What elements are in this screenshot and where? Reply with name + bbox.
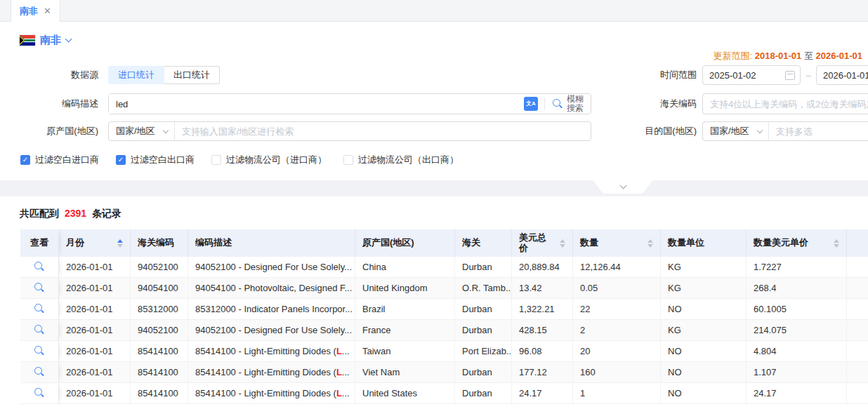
view-detail-icon[interactable] (34, 304, 45, 314)
table-row: 2026-01-018541410085414100 - Light-Emitt… (20, 383, 868, 404)
sort-carets-icon[interactable] (554, 239, 565, 248)
date-separator: – (801, 70, 816, 81)
checkbox-label: 过滤空白进口商 (35, 154, 99, 166)
cell-hs_code: 94052100 (131, 257, 188, 278)
cell-desc: 85414100 - Light-Emitting Diodes (L... (188, 362, 355, 383)
col-header-month[interactable]: 月份 (59, 229, 131, 257)
view-detail-icon[interactable] (34, 262, 45, 272)
col-header-extra (847, 229, 868, 257)
view-detail-icon[interactable] (34, 325, 45, 335)
origin-country-select[interactable]: 国家/地区 (109, 122, 175, 140)
cell-customs: Durban (455, 257, 512, 278)
cell-usd_total: 24.17 (512, 383, 573, 404)
checkbox-icon: ✓ (116, 155, 126, 165)
translate-icon[interactable]: 文A (524, 97, 538, 111)
view-detail-icon[interactable] (34, 346, 45, 356)
time-range-control: – (702, 65, 868, 85)
cell-qty: 2 (573, 320, 661, 341)
cell-view (20, 341, 59, 362)
view-detail-icon[interactable] (34, 283, 45, 293)
checkbox-label: 过滤空白出口商 (131, 154, 195, 166)
code-desc-input[interactable] (109, 94, 524, 114)
cell-qty: 160 (573, 362, 661, 383)
origin-search-input[interactable] (175, 122, 591, 140)
hs-code-input[interactable] (703, 94, 868, 114)
destination-country-select[interactable]: 国家/地区 (703, 122, 769, 140)
cell-qty: 22 (573, 299, 661, 320)
checkbox-filter-logistics-importer[interactable]: ✓ 过滤物流公司（进口商） (211, 154, 327, 166)
cell-usd_total: 1,322.21 (512, 299, 573, 320)
col-header-qty[interactable]: 数量 (573, 229, 661, 257)
cell-qty_unit: NO (661, 383, 747, 404)
cell-extra (847, 299, 868, 320)
date-start-input[interactable] (709, 66, 785, 84)
col-header-customs: 海关 (455, 229, 512, 257)
cell-usd_total: 177.12 (512, 362, 573, 383)
update-range-start: 2018-01-01 (755, 51, 802, 61)
cell-desc: 85312000 - Indicator Panels Incorpor... (188, 299, 355, 320)
col-header-label: 数量美元单价 (754, 238, 808, 248)
fuzzy-search-button[interactable]: 模糊 搜索 (551, 95, 591, 113)
desc-highlight: L (336, 367, 342, 377)
table-row: 2026-01-019405210094052100 - Designed Fo… (20, 257, 868, 278)
cell-view (20, 362, 59, 383)
col-header-view: 查看 (20, 229, 59, 257)
cell-extra (847, 257, 868, 278)
cell-extra (847, 362, 868, 383)
checkbox-filter-logistics-exporter[interactable]: ✓ 过滤物流公司（出口商） (343, 154, 459, 166)
sort-carets-icon[interactable] (642, 239, 653, 248)
cell-customs: Durban (455, 383, 512, 404)
table-header-row: 查看月份海关编码编码描述原产国(地区)海关美元总价数量数量单位数量美元单价 (20, 229, 868, 257)
date-end-box (816, 65, 868, 85)
form-row-source-time: 数据源 进口统计 出口统计 时间范围 – (0, 65, 868, 85)
col-header-label: 海关 (462, 238, 480, 248)
cell-customs: Durban (455, 299, 512, 320)
tab-south-africa[interactable]: 南非 ✕ (11, 0, 60, 22)
update-range-end: 2026-01-01 (816, 51, 863, 61)
sort-carets-icon[interactable] (828, 239, 839, 248)
close-icon[interactable]: ✕ (44, 6, 51, 15)
panel-gap-band (0, 180, 868, 196)
date-start-box (702, 65, 801, 85)
country-header: 南非 (0, 22, 868, 48)
desc-text: 85414100 - Light-Emitting Diodes ( (195, 388, 336, 398)
cell-desc: 85414100 - Light-Emitting Diodes (L... (188, 383, 355, 404)
table-row: 2026-01-018531200085312000 - Indicator P… (20, 299, 868, 320)
update-range-to: 至 (804, 51, 813, 61)
destination-search-input[interactable] (769, 122, 868, 140)
cell-unit_price: 268.4 (747, 278, 847, 299)
cell-unit_price: 1.7227 (747, 257, 847, 278)
time-range-row: 时间范围 – (640, 65, 868, 85)
source-label: 数据源 (20, 69, 98, 81)
cell-hs_code: 94054100 (131, 278, 188, 299)
calendar-icon[interactable] (785, 71, 795, 80)
cell-month: 2026-01-01 (59, 383, 131, 404)
collapse-panel-button[interactable] (593, 180, 653, 194)
desc-tail: ... (342, 388, 350, 398)
col-header-usd_total[interactable]: 美元总价 (512, 229, 573, 257)
export-stats-button[interactable]: 出口统计 (164, 66, 220, 84)
checkbox-filter-blank-importer[interactable]: ✓ 过滤空白进口商 (20, 154, 99, 166)
tab-title: 南非 (20, 5, 38, 18)
cell-origin: Taiwan (355, 341, 455, 362)
divider (544, 98, 545, 110)
desc-highlight: L (336, 388, 342, 398)
col-header-unit_price[interactable]: 数量美元单价 (747, 229, 847, 257)
import-stats-button[interactable]: 进口统计 (108, 66, 164, 84)
cell-month: 2026-01-01 (59, 341, 131, 362)
cell-qty: 0.05 (573, 278, 661, 299)
code-desc-box: 文A 模糊 搜索 (108, 93, 591, 114)
chevron-down-icon[interactable] (65, 35, 72, 42)
cell-hs_code: 85414100 (131, 383, 188, 404)
sort-carets-icon[interactable] (112, 239, 123, 248)
results-panel: 共匹配到 2391 条记录 查看月份海关编码编码描述原产国(地区)海关美元总价数… (0, 196, 868, 404)
checkbox-label: 过滤物流公司（进口商） (226, 154, 327, 166)
checkbox-filter-blank-exporter[interactable]: ✓ 过滤空白出口商 (116, 154, 195, 166)
date-end-input[interactable] (823, 66, 868, 84)
view-detail-icon[interactable] (34, 388, 45, 398)
view-detail-icon[interactable] (34, 367, 45, 377)
cell-extra (847, 278, 868, 299)
destination-label: 目的国(地区) (640, 125, 697, 138)
col-header-label: 海关编码 (138, 238, 174, 248)
desc-text: 94052100 - Designed For Use Solely... (195, 325, 352, 335)
